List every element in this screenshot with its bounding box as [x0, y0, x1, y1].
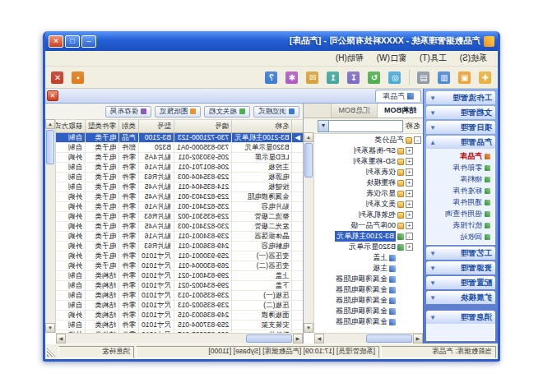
tree-node[interactable]: +称重模块 — [315, 178, 421, 188]
table-row[interactable]: 整流二极管229-835301-002贴片R63零件电子类外购 — [56, 212, 303, 222]
expand-icon[interactable]: + — [406, 201, 413, 208]
collapse-icon[interactable]: - — [406, 233, 413, 240]
doc-tab-close-icon[interactable]: ✕ — [47, 90, 58, 101]
table-row[interactable]: 电源板229-835404-003贴片R63零件电子类自制 — [56, 173, 303, 182]
new-button[interactable]: ✚ — [476, 68, 494, 86]
tree-node[interactable]: +SP-衡器系列 — [315, 145, 421, 156]
scroll-down-icon[interactable]: ▼ — [304, 323, 313, 333]
column-header[interactable]: 获取方式 — [56, 120, 86, 133]
chevron-down-icon[interactable]: ▼ — [429, 95, 436, 102]
doc-tab-product-lib[interactable]: 产品库 — [375, 90, 421, 102]
table-row[interactable]: ▶B3-2100主机单元730-721000-123B3-2100产品电子类自制 — [56, 133, 303, 143]
tree-horizontal-scrollbar[interactable]: ◀ ▶ — [314, 333, 423, 344]
chevron-up-icon[interactable]: ▲ — [429, 139, 436, 146]
resize-grip[interactable] — [47, 347, 57, 357]
sidebar-group-header-config[interactable]: 配置管理▼ — [426, 276, 495, 289]
table-row[interactable]: 贴片电容235-823401-001贴片A16零件电子类外购 — [56, 202, 303, 212]
lock-button[interactable]: ▪ — [69, 68, 87, 86]
collapse-icon[interactable]: - — [414, 136, 421, 144]
expand-icon[interactable]: + — [406, 147, 413, 154]
sidebar-group-header-document[interactable]: 文档管理▼ — [426, 106, 495, 119]
sidebar-item-part-lib[interactable]: 零部件库 — [427, 162, 494, 173]
table-row[interactable]: 压板(二)239-835002-013尺寸1010零件结构类自制 — [56, 301, 303, 311]
sidebar-item-standard-lib[interactable]: 标准件库 — [427, 185, 494, 196]
menu-tools[interactable]: 工具(T) — [414, 52, 452, 65]
column-header[interactable]: 名称 — [232, 120, 292, 133]
table-row[interactable]: B320显示单元730-835000-0A1B320部件电子类自制 — [56, 143, 303, 153]
help-button[interactable]: ? — [262, 68, 281, 86]
table-row[interactable]: 晶体振荡器239-834001-011贴片A16零件电子类外购 — [56, 232, 303, 242]
column-header[interactable]: 类别 — [119, 120, 139, 133]
menu-help[interactable]: 帮助(H) — [330, 52, 369, 65]
drawing-preview-button[interactable]: 图纸预览 — [155, 106, 201, 118]
table-vertical-scrollbar[interactable]: ▲ ▼ — [45, 119, 56, 333]
tree-node[interactable]: 金属薄膜电阻器 — [315, 316, 421, 327]
tree-node[interactable]: 金属薄膜电阻器 — [315, 306, 421, 316]
expand-icon[interactable]: + — [406, 222, 413, 229]
expand-icon[interactable]: + — [406, 158, 413, 165]
maximize-button[interactable]: □ — [65, 35, 80, 48]
menu-window[interactable]: 窗口(W) — [371, 52, 412, 65]
tree-node[interactable]: -产品分类 — [315, 135, 421, 145]
title-bar[interactable]: 产品数据管理系统 - XXXX科技有限公司 - [产品库] – □ ✕ — [45, 31, 498, 51]
menu-system[interactable]: 系统(S) — [454, 52, 493, 65]
tree-node[interactable]: +包装机系列 — [315, 210, 421, 220]
export-button[interactable]: ↥ — [324, 68, 342, 86]
message-button[interactable]: ✉ — [304, 68, 322, 86]
expand-icon[interactable]: + — [406, 243, 413, 251]
scroll-thumb[interactable] — [246, 334, 292, 343]
table-horizontal-scrollbar[interactable]: ◀ ▶ — [56, 333, 303, 344]
scroll-down-icon[interactable]: ▼ — [45, 323, 55, 333]
table-row[interactable]: 压板(一)239-835001-013尺寸1010零件结构类自制 — [56, 291, 303, 301]
chevron-down-icon[interactable]: ▼ — [429, 109, 436, 117]
chevron-down-icon[interactable]: ▼ — [318, 121, 329, 131]
open-folder-button[interactable]: ▣ — [456, 68, 474, 86]
sidebar-item-borrow-query[interactable]: 借用件查询 — [427, 208, 494, 219]
sidebar-group-header-extension[interactable]: 扩展模块▼ — [426, 291, 495, 304]
minimize-button[interactable]: – — [81, 35, 96, 48]
chevron-down-icon[interactable]: ▼ — [429, 294, 436, 302]
sidebar-group-header-workflow[interactable]: 工作流管理▼ — [426, 91, 495, 104]
scroll-up-icon[interactable]: ▲ — [45, 119, 55, 129]
chevron-down-icon[interactable]: ▼ — [429, 250, 436, 257]
table-row[interactable]: 变压器(二)269-830004-011尺寸1010零件电子类外购 — [56, 261, 303, 271]
scroll-right-icon[interactable]: ▶ — [314, 334, 324, 344]
sidebar-item-product-lib[interactable]: 产品库 — [427, 150, 494, 162]
table-row[interactable]: 面板薄膜249-836003-015尺寸1010零件结构类外购 — [56, 311, 303, 321]
table-row[interactable]: 变压器(一)259-930001-011尺寸1010零件电子类外购 — [56, 251, 303, 261]
table-row[interactable]: 按键板214-835404-011贴片A45零件电子类自制 — [56, 182, 303, 192]
search-button[interactable]: ◎ — [386, 68, 404, 86]
scroll-thumb[interactable] — [46, 130, 54, 164]
expand-icon[interactable]: + — [406, 211, 413, 219]
tree-node[interactable]: +显示仪表 — [315, 188, 421, 199]
tree-node[interactable]: 金属薄膜电阻器 — [315, 295, 421, 306]
tree-node[interactable]: +仪表系列 — [315, 167, 421, 178]
print-button[interactable]: ▤ — [415, 68, 433, 86]
scroll-thumb[interactable] — [304, 143, 313, 178]
sidebar-group-header-resource[interactable]: 资源管理▼ — [426, 261, 495, 274]
tree-node[interactable]: -B3-2100主机单元 — [315, 231, 421, 242]
save-layout-button[interactable]: 保存布局 — [105, 106, 151, 118]
expand-icon[interactable]: + — [406, 168, 413, 176]
table-row[interactable]: 发光二极管230-823401-003贴片A45零件电子类外购 — [56, 222, 303, 232]
related-docs-button[interactable]: 相关文档 — [204, 106, 250, 118]
close-button[interactable]: ✕ — [49, 35, 63, 48]
scroll-thumb[interactable] — [366, 334, 412, 343]
tree-node[interactable]: +B320显示单元 — [315, 242, 421, 252]
table-row[interactable]: 金属薄膜电阻229-823403-001贴片A45零件电子类外购 — [56, 192, 303, 202]
table-row[interactable]: 安装支架259-837004-015尺寸1010零件结构类自制 — [56, 321, 303, 330]
save-button[interactable]: ▥ — [435, 68, 453, 86]
scroll-left-icon[interactable]: ◀ — [293, 334, 303, 344]
bom-tab-0[interactable]: 结构BOM — [377, 104, 423, 118]
chevron-down-icon[interactable]: ▼ — [429, 124, 436, 131]
table-row[interactable]: LED显示屏205-930302-011贴片4A5零件电子类外购 — [56, 153, 303, 163]
bom-tab-1[interactable]: 汇总BOM — [331, 104, 377, 118]
settings-button[interactable]: ✱ — [283, 68, 301, 86]
tree-node[interactable]: 上盖 — [315, 252, 421, 263]
expand-icon[interactable]: + — [406, 190, 413, 197]
sidebar-group-header-messages[interactable]: 消息管理▼ — [426, 311, 495, 324]
filter-combo[interactable]: ▼ — [318, 120, 403, 132]
column-header[interactable]: 编号 — [174, 120, 231, 133]
sidebar-group-header-project[interactable]: 项目管理▼ — [426, 121, 495, 134]
chevron-down-icon[interactable]: ▼ — [429, 279, 436, 287]
